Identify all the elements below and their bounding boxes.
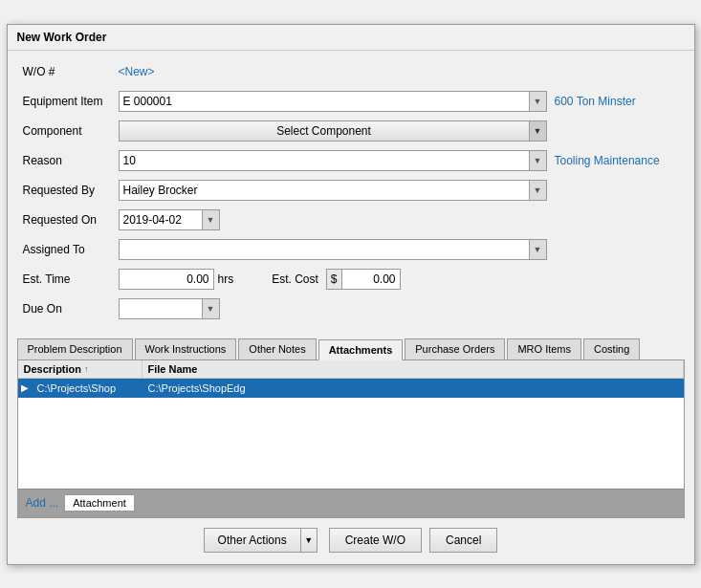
other-actions-wrap: Other Actions ▼ — [204, 528, 318, 553]
reason-label: Reason — [23, 154, 119, 167]
form-area: W/O # <New> Equipment Item E 000001 ▼ 60… — [8, 51, 694, 333]
due-on-input[interactable] — [119, 298, 203, 319]
assigned-to-input[interactable] — [119, 239, 530, 260]
add-bar: Add ... Attachment — [18, 489, 684, 517]
new-work-order-dialog: New Work Order W/O # <New> Equipment Ite… — [7, 24, 695, 565]
wo-value: <New> — [119, 65, 155, 78]
col-description: Description ↑ — [18, 360, 142, 378]
assigned-to-dropdown-arrow[interactable]: ▼ — [530, 239, 547, 260]
due-on-row: Due On ▼ — [23, 297, 679, 320]
equipment-side-label: 600 Ton Minster — [555, 95, 679, 108]
tab-work-instructions[interactable]: Work Instructions — [135, 338, 237, 359]
component-select-wrap: Select Component ▼ — [119, 120, 547, 142]
wo-label: W/O # — [23, 65, 119, 78]
requested-on-calendar-arrow[interactable]: ▼ — [203, 209, 220, 230]
sort-icon: ↑ — [84, 364, 89, 374]
est-time-field: 0.00 hrs Est. Cost $ 0.00 — [119, 269, 679, 290]
attachment-button[interactable]: Attachment — [64, 494, 135, 512]
est-time-unit: hrs — [218, 272, 234, 286]
tab-costing[interactable]: Costing — [583, 338, 640, 359]
dialog-title: New Work Order — [8, 25, 694, 51]
row-description: C:\Projects\Shop — [32, 381, 142, 396]
row-expand-icon[interactable]: ▶ — [18, 379, 32, 398]
tabs-area: Problem Description Work Instructions Ot… — [17, 338, 685, 518]
est-row: Est. Time 0.00 hrs Est. Cost $ 0.00 — [23, 268, 679, 291]
est-time-input[interactable]: 0.00 — [119, 269, 214, 290]
cancel-button[interactable]: Cancel — [429, 528, 497, 553]
table-row[interactable]: ▶ C:\Projects\Shop C:\Projects\ShopEdg — [18, 379, 684, 398]
table-header: Description ↑ File Name — [18, 360, 684, 379]
wo-row: W/O # <New> — [23, 60, 679, 83]
table-rows: ▶ C:\Projects\Shop C:\Projects\ShopEdg — [18, 379, 684, 489]
requested-by-input[interactable]: Hailey Brocker — [119, 180, 530, 201]
requested-by-field: Hailey Brocker ▼ — [119, 180, 679, 201]
due-on-label: Due On — [23, 302, 119, 316]
tab-purchase-orders[interactable]: Purchase Orders — [405, 338, 505, 359]
assigned-to-select-wrap: ▼ — [119, 239, 547, 260]
component-label: Component — [23, 124, 119, 138]
reason-field: 10 ▼ Tooling Maintenance — [119, 150, 679, 171]
requested-on-row: Requested On 2019-04-02 ▼ — [23, 208, 679, 231]
tab-content-panel: Description ↑ File Name ▶ C:\Projects\Sh… — [17, 360, 685, 518]
equipment-select-wrap: E 000001 ▼ — [119, 91, 547, 112]
tab-other-notes[interactable]: Other Notes — [238, 338, 316, 359]
equipment-input[interactable]: E 000001 — [119, 91, 530, 112]
est-cost-input[interactable]: 0.00 — [342, 270, 400, 289]
component-dropdown-arrow[interactable]: ▼ — [530, 120, 547, 142]
component-row: Component Select Component ▼ — [23, 120, 679, 142]
row-filename: C:\Projects\ShopEdg — [142, 381, 684, 396]
component-field: Select Component ▼ — [119, 120, 679, 142]
requested-on-date-wrap: 2019-04-02 ▼ — [119, 209, 220, 230]
est-time-cost-wrap: 0.00 hrs Est. Cost $ 0.00 — [119, 269, 401, 290]
create-wo-button[interactable]: Create W/O — [329, 528, 422, 553]
tab-mro-items[interactable]: MRO Items — [507, 338, 581, 359]
equipment-label: Equipment Item — [23, 95, 119, 108]
est-cost-dollar-sign: $ — [327, 270, 342, 289]
assigned-to-field: ▼ — [119, 239, 679, 260]
assigned-to-row: Assigned To ▼ — [23, 238, 679, 261]
requested-by-select-wrap: Hailey Brocker ▼ — [119, 180, 547, 201]
requested-on-field: 2019-04-02 ▼ — [119, 209, 679, 230]
est-time-label: Est. Time — [23, 272, 119, 286]
other-actions-dropdown-arrow[interactable]: ▼ — [300, 528, 318, 553]
reason-dropdown-arrow[interactable]: ▼ — [530, 150, 547, 171]
est-cost-label: Est. Cost — [272, 272, 318, 286]
equipment-field: E 000001 ▼ 600 Ton Minster — [119, 91, 679, 112]
tab-problem-description[interactable]: Problem Description — [17, 338, 133, 359]
button-bar: Other Actions ▼ Create W/O Cancel — [8, 518, 694, 564]
reason-row: Reason 10 ▼ Tooling Maintenance — [23, 149, 679, 172]
wo-field: <New> — [119, 65, 679, 78]
tab-bar: Problem Description Work Instructions Ot… — [17, 338, 685, 360]
other-actions-button[interactable]: Other Actions — [204, 528, 300, 553]
reason-select-wrap: 10 ▼ — [119, 150, 547, 171]
due-on-date-wrap: ▼ — [119, 298, 220, 319]
equipment-row: Equipment Item E 000001 ▼ 600 Ton Minste… — [23, 90, 679, 113]
add-link[interactable]: Add ... — [26, 496, 59, 510]
tab-attachments[interactable]: Attachments — [318, 339, 404, 360]
requested-by-label: Requested By — [23, 184, 119, 197]
assigned-to-label: Assigned To — [23, 243, 119, 256]
requested-by-dropdown-arrow[interactable]: ▼ — [530, 180, 547, 201]
requested-by-row: Requested By Hailey Brocker ▼ — [23, 179, 679, 202]
due-on-field: ▼ — [119, 298, 679, 319]
requested-on-label: Requested On — [23, 213, 119, 227]
reason-input[interactable]: 10 — [119, 150, 530, 171]
est-cost-field: $ 0.00 — [326, 269, 401, 290]
reason-side-label: Tooling Maintenance — [555, 154, 679, 167]
requested-on-input[interactable]: 2019-04-02 — [119, 209, 203, 230]
equipment-dropdown-arrow[interactable]: ▼ — [530, 91, 547, 112]
col-filename: File Name — [142, 360, 684, 378]
select-component-button[interactable]: Select Component — [119, 120, 530, 142]
due-on-calendar-arrow[interactable]: ▼ — [203, 298, 220, 319]
